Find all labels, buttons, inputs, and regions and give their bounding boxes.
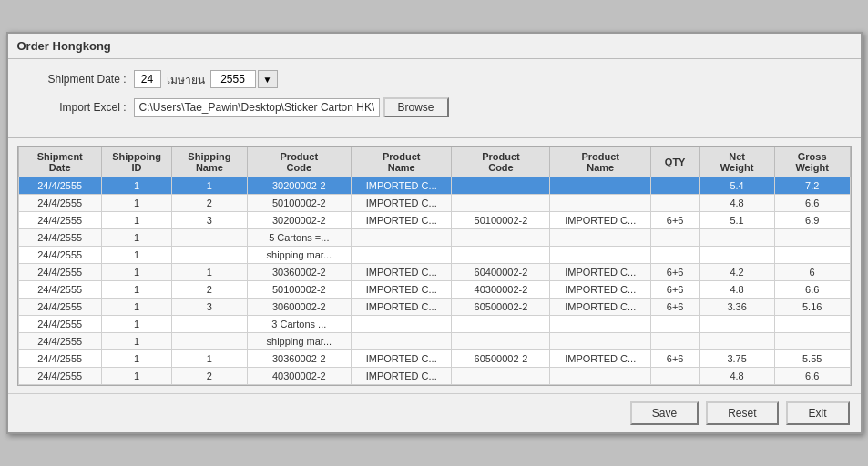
- table-cell: 24/4/2555: [18, 299, 101, 316]
- table-cell: [650, 247, 699, 264]
- table-cell: 1: [101, 195, 171, 212]
- header-grossweight: GrossWeight: [774, 147, 850, 177]
- table-row[interactable]: 24/4/25551330200002-2IMPORTED C...501000…: [18, 212, 850, 229]
- table-cell: 24/4/2555: [18, 281, 101, 299]
- header-shipname: ShippingName: [172, 147, 248, 177]
- table-cell: [774, 229, 850, 247]
- table-cell: 6+6: [650, 350, 699, 368]
- table-cell: 6+6: [650, 212, 699, 229]
- table-cell: [650, 177, 699, 195]
- table-cell: IMPORTED C...: [351, 212, 452, 229]
- table-cell: [700, 229, 775, 247]
- table-cell: 1: [172, 350, 248, 368]
- table-cell: 7.2: [774, 177, 850, 195]
- table-cell: 50100002-2: [452, 212, 550, 229]
- calendar-button[interactable]: ▼: [258, 70, 278, 88]
- browse-button[interactable]: Browse: [383, 97, 449, 117]
- table-cell: 5.16: [774, 299, 850, 316]
- table-cell: [650, 316, 699, 333]
- main-window: Order Hongkong Shipment Date : เมษายน ▼ …: [6, 32, 863, 434]
- table-row[interactable]: 24/4/25551240300002-2IMPORTED C...4.86.6: [18, 368, 850, 385]
- reset-button[interactable]: Reset: [706, 401, 778, 425]
- table-cell: [351, 316, 452, 333]
- import-excel-row: Import Excel : Browse: [26, 97, 842, 117]
- table-row[interactable]: 24/4/25551130360002-2IMPORTED C...604000…: [18, 264, 850, 281]
- table-cell: 3: [172, 212, 248, 229]
- table-cell: 24/4/2555: [18, 264, 101, 281]
- table-cell: [550, 247, 651, 264]
- table-row[interactable]: 24/4/25551330600002-2IMPORTED C...605000…: [18, 299, 850, 316]
- header-netweight: NetWeight: [700, 147, 775, 177]
- table-cell: 3.36: [700, 299, 775, 316]
- table-body: 24/4/25551130200002-2IMPORTED C...5.47.2…: [18, 177, 850, 385]
- table-cell: 24/4/2555: [18, 177, 101, 195]
- table-cell: IMPORTED C...: [351, 177, 452, 195]
- header-prodname1: ProductName: [351, 147, 452, 177]
- separator: [8, 137, 861, 138]
- table-cell: 6: [774, 264, 850, 281]
- table-cell: [550, 316, 651, 333]
- table-cell: [650, 333, 699, 350]
- table-cell: IMPORTED C...: [351, 264, 452, 281]
- table-cell: 6+6: [650, 281, 699, 299]
- table-cell: [351, 247, 452, 264]
- table-cell: IMPORTED C...: [351, 281, 452, 299]
- table-row[interactable]: 24/4/25551shipping mar...: [18, 247, 850, 264]
- table-cell: 1: [101, 299, 171, 316]
- table-scroll[interactable]: ShipmentDate ShippoingID ShippingName Pr…: [18, 147, 851, 385]
- table-row[interactable]: 24/4/25551shipping mar...: [18, 333, 850, 350]
- table-cell: IMPORTED C...: [351, 368, 452, 385]
- table-cell: 2: [172, 281, 248, 299]
- table-cell: IMPORTED C...: [351, 350, 452, 368]
- year-input[interactable]: [210, 70, 256, 88]
- table-row[interactable]: 24/4/25551250100002-2IMPORTED C...403000…: [18, 281, 850, 299]
- table-cell: [550, 333, 651, 350]
- table-cell: [172, 229, 248, 247]
- table-cell: 1: [101, 212, 171, 229]
- table-row[interactable]: 24/4/25551130360002-2IMPORTED C...605000…: [18, 350, 850, 368]
- table-cell: [550, 177, 651, 195]
- table-cell: [550, 229, 651, 247]
- table-cell: 4.8: [700, 368, 775, 385]
- table-cell: 4.8: [700, 281, 775, 299]
- table-cell: 24/4/2555: [18, 195, 101, 212]
- table-cell: [700, 333, 775, 350]
- table-cell: 6.6: [774, 195, 850, 212]
- table-row[interactable]: 24/4/255513 Cartons ...: [18, 316, 850, 333]
- table-row[interactable]: 24/4/25551250100002-2IMPORTED C...4.86.6: [18, 195, 850, 212]
- table-cell: [452, 333, 550, 350]
- header-shipdate: ShipmentDate: [18, 147, 101, 177]
- table-cell: 4.8: [700, 195, 775, 212]
- table-cell: [172, 247, 248, 264]
- table-cell: 1: [101, 281, 171, 299]
- table-cell: 1: [101, 316, 171, 333]
- header-prodcode1: ProductCode: [247, 147, 351, 177]
- table-cell: [452, 368, 550, 385]
- save-button[interactable]: Save: [630, 401, 699, 425]
- day-input[interactable]: [134, 70, 161, 88]
- month-text: เมษายน: [167, 71, 205, 88]
- table-cell: IMPORTED C...: [550, 264, 651, 281]
- file-path-input[interactable]: [134, 98, 380, 116]
- table-cell: 6+6: [650, 264, 699, 281]
- table-cell: [700, 316, 775, 333]
- table-cell: IMPORTED C...: [351, 299, 452, 316]
- table-cell: 5 Cartons =...: [247, 229, 351, 247]
- table-cell: 6.6: [774, 281, 850, 299]
- table-cell: 2: [172, 195, 248, 212]
- header-qty: QTY: [650, 147, 699, 177]
- table-cell: [700, 247, 775, 264]
- table-header-row: ShipmentDate ShippoingID ShippingName Pr…: [18, 147, 850, 177]
- table-cell: 40300002-2: [452, 281, 550, 299]
- table-cell: [650, 195, 699, 212]
- exit-button[interactable]: Exit: [786, 401, 850, 425]
- table-cell: IMPORTED C...: [550, 299, 651, 316]
- table-cell: 30360002-2: [247, 264, 351, 281]
- table-cell: 5.1: [700, 212, 775, 229]
- table-row[interactable]: 24/4/25551130200002-2IMPORTED C...5.47.2: [18, 177, 850, 195]
- table-row[interactable]: 24/4/255515 Cartons =...: [18, 229, 850, 247]
- table-cell: 50100002-2: [247, 281, 351, 299]
- table-cell: IMPORTED C...: [550, 212, 651, 229]
- table-cell: 60500002-2: [452, 350, 550, 368]
- table-cell: 30200002-2: [247, 177, 351, 195]
